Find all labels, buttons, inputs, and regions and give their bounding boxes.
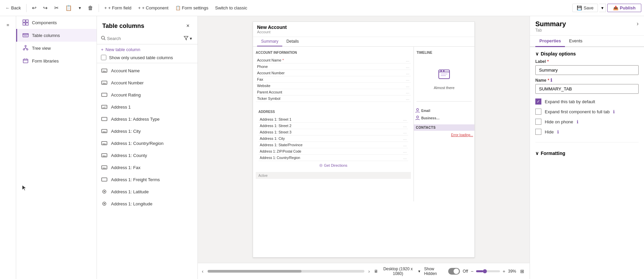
list-item[interactable]: Address 1: Address Type [97, 113, 198, 125]
svg-rect-3 [26, 23, 28, 25]
display-options-header[interactable]: ∨ Display options [535, 51, 639, 56]
right-panel-close-button[interactable]: › [637, 20, 639, 27]
formatting-header[interactable]: ∨ Formatting [535, 148, 639, 159]
expand-tab-checkbox[interactable] [535, 98, 541, 105]
scroll-left-button[interactable]: ‹ [202, 269, 204, 274]
svg-point-39 [104, 203, 105, 204]
address1-county-icon: Abc [101, 152, 108, 159]
form-content: ACCOUNT INFORMATION Account Name * … Pho… [253, 47, 474, 201]
scroll-right-button[interactable]: › [368, 269, 370, 274]
formatting-collapse-icon: ∨ [535, 151, 539, 156]
form-settings-icon: 📋 [175, 5, 181, 10]
undo-button[interactable]: ↩ [29, 3, 39, 12]
sidebar-item-form-libraries[interactable]: Form libraries [16, 54, 97, 67]
label-input[interactable] [535, 65, 639, 75]
canvas-inner: New Account Account Summary Details ACCO… [198, 16, 530, 263]
get-directions: ◎ Get Directions [258, 161, 408, 169]
canvas-scrollbar[interactable] [208, 270, 364, 273]
tab-properties[interactable]: Properties [535, 36, 565, 47]
list-item[interactable]: Abc Account Name [97, 65, 198, 77]
sidebar-item-components[interactable]: Components [16, 16, 97, 29]
back-arrow-icon: ← [5, 5, 10, 10]
svg-point-46 [417, 109, 419, 111]
form-row-account-name: Account Name * … [256, 57, 411, 64]
form-field-button[interactable]: + + Form field [102, 4, 134, 12]
list-item[interactable]: Abc Address 1: County [97, 149, 198, 161]
form-row-ticker-symbol: Ticker Symbol … [256, 95, 411, 102]
right-panel: Summary Tab › Properties Events ∨ Displa… [530, 16, 644, 279]
filter-button[interactable]: ▾ [182, 35, 193, 42]
svg-rect-22 [102, 93, 107, 96]
zoom-in-button[interactable]: + [503, 269, 505, 274]
right-panel-header: Summary Tab › [530, 16, 644, 36]
expand-first-row: Expand first component to full tab ℹ [535, 107, 639, 117]
hide-checkbox[interactable] [535, 129, 541, 135]
name-info-icon[interactable]: ℹ [550, 78, 552, 83]
list-item[interactable]: Address 1: Longitude [97, 198, 198, 210]
show-unused-checkbox[interactable] [101, 55, 106, 60]
form-settings-button[interactable]: 📋 Form settings [173, 4, 211, 12]
publish-button[interactable]: 📤 Publish [607, 4, 641, 12]
form-tab-details[interactable]: Details [282, 37, 303, 46]
cut-button[interactable]: ✂ [51, 3, 61, 12]
hide-phone-checkbox[interactable] [535, 119, 541, 125]
columns-panel-close-button[interactable]: × [184, 22, 192, 30]
paste-button[interactable]: 📋 [63, 3, 75, 12]
form-row-country: Address 1: Country/Region … [258, 155, 408, 161]
sidebar-item-tree-view[interactable]: Tree view [16, 42, 97, 54]
address1-longitude-icon [101, 200, 108, 207]
redo-button[interactable]: ↪ [40, 3, 50, 12]
save-button[interactable]: 💾 Save [572, 4, 598, 12]
zoom-slider-track[interactable] [476, 270, 500, 272]
svg-point-15 [102, 36, 105, 39]
tab-events[interactable]: Events [565, 36, 586, 47]
sidebar-item-table-columns[interactable]: Abc Table columns [16, 29, 97, 42]
address1-latitude-icon [101, 188, 108, 195]
back-button[interactable]: ← Back [3, 4, 24, 12]
filter-dropdown-icon: ▾ [190, 36, 192, 41]
svg-text:Abc: Abc [24, 34, 28, 37]
search-input[interactable] [107, 36, 181, 41]
switch-classic-button[interactable]: Switch to classic [212, 4, 250, 12]
expand-first-info-icon[interactable]: ℹ [613, 109, 615, 114]
hamburger-menu-button[interactable]: ≡ [2, 19, 14, 31]
address1-address-type-icon [101, 116, 108, 122]
columns-panel-title: Table columns [102, 23, 144, 30]
contacts-section: Email Business… [414, 106, 474, 123]
list-item[interactable]: Abc Address 1: Country/Region [97, 137, 198, 149]
component-icon: + [138, 5, 141, 10]
component-button[interactable]: + + Component [136, 4, 171, 12]
publish-icon: 📤 [613, 5, 618, 10]
show-hidden-toggle[interactable] [448, 268, 460, 275]
address1-fax-icon: Abc [101, 164, 108, 171]
list-item[interactable]: Address 1: Freight Terms [97, 173, 198, 186]
search-icon [101, 36, 106, 41]
list-item[interactable]: Abc Address 1: Fax [97, 161, 198, 173]
show-unused-row[interactable]: Show only unused table columns [101, 55, 193, 60]
list-item[interactable]: Abcdef Address 1 [97, 101, 198, 113]
hide-info-icon[interactable]: ℹ [557, 129, 559, 134]
save-dropdown-button[interactable]: ▾ [599, 4, 606, 12]
columns-panel-header: Table columns × [97, 16, 198, 33]
hide-phone-info-icon[interactable]: ℹ [577, 119, 578, 124]
formatting-section: ∨ Formatting [535, 148, 639, 159]
new-column-button[interactable]: + New table column [101, 47, 193, 52]
section-divider [535, 142, 639, 143]
desktop-view-button[interactable]: 🖥 Desktop (1920 x 1080) ▾ [374, 267, 420, 276]
list-item[interactable]: Abc Account Number [97, 77, 198, 89]
main-toolbar: ← Back ↩ ↪ ✂ 📋 ▾ 🗑 + + Form field + + Co… [0, 0, 644, 16]
right-panel-title: Summary [535, 20, 566, 28]
zoom-out-button[interactable]: − [471, 269, 473, 274]
paste-dropdown-button[interactable]: ▾ [76, 4, 84, 12]
form-tab-summary[interactable]: Summary [257, 37, 282, 46]
new-column-plus-icon: + [101, 47, 104, 52]
expand-first-checkbox[interactable] [535, 109, 541, 115]
name-input[interactable] [535, 84, 639, 94]
list-item[interactable]: Account Rating [97, 89, 198, 101]
columns-actions: + New table column Show only unused tabl… [97, 44, 198, 63]
fit-to-screen-button[interactable]: ⊞ [519, 268, 526, 275]
list-item[interactable]: Abc Address 1: City [97, 125, 198, 137]
list-item[interactable]: Address 1: Latitude [97, 186, 198, 198]
delete-button[interactable]: 🗑 [85, 4, 96, 12]
svg-point-9 [27, 49, 28, 50]
